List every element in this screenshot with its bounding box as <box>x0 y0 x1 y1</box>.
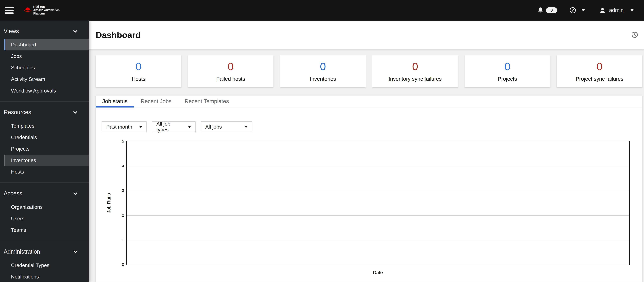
sidebar-nav: Views Dashboard Jobs Schedules Activity … <box>0 20 89 282</box>
sidebar-item-projects[interactable]: Projects <box>4 143 89 155</box>
app-root: Red Hat Ansible Automation Platform 0 ? <box>0 0 644 282</box>
sidebar-item-organizations[interactable]: Organizations <box>4 201 89 213</box>
tabs-bar: Job status Recent Jobs Recent Templates <box>96 96 642 107</box>
stat-card-label: Project sync failures <box>576 76 624 82</box>
help-circle-icon: ? <box>570 7 576 13</box>
sidebar-item-teams[interactable]: Teams <box>4 224 89 236</box>
nav-section-label: Views <box>4 28 19 35</box>
redhat-fedora-icon <box>24 6 32 12</box>
project-sync-failures-count-link[interactable]: 0 <box>596 61 602 72</box>
tab-recent-templates[interactable]: Recent Templates <box>178 96 236 107</box>
stat-card-failed-hosts: 0 Failed hosts <box>188 55 274 87</box>
stat-card-label: Inventory sync failures <box>388 76 442 82</box>
notifications-count-badge: 0 <box>546 7 557 13</box>
stat-card-label: Inventories <box>310 76 336 82</box>
stat-card-projects: 0 Projects <box>464 55 550 87</box>
sidebar-item-workflow-approvals[interactable]: Workflow Approvals <box>4 85 89 96</box>
sidebar-item-jobs[interactable]: Jobs <box>4 50 89 62</box>
nav-items-administration: Credential Types Notifications <box>4 260 89 282</box>
nav-group-access: Access Organizations Users Teams <box>0 183 89 241</box>
tab-job-status[interactable]: Job status <box>96 96 134 107</box>
stat-card-inventories: 0 Inventories <box>280 55 366 87</box>
brand-line2: Ansible Automation <box>33 8 60 12</box>
job-filter-select-value: All jobs <box>205 124 222 130</box>
sidebar-item-hosts[interactable]: Hosts <box>4 166 89 178</box>
sidebar-item-templates[interactable]: Templates <box>4 120 89 132</box>
job-filter-select[interactable]: All jobs <box>201 121 252 132</box>
nav-items-views: Dashboard Jobs Schedules Activity Stream… <box>4 39 89 96</box>
masthead-toolbar: 0 ? admin <box>537 7 644 13</box>
stat-card-label: Projects <box>498 76 517 82</box>
y-tick-label: 0 <box>115 262 124 267</box>
nav-section-label: Access <box>4 190 22 197</box>
stat-card-hosts: 0 Hosts <box>96 55 181 87</box>
caret-down-icon <box>139 126 142 128</box>
caret-down-icon <box>582 9 585 11</box>
inventories-count-link[interactable]: 0 <box>320 61 326 72</box>
chart-plot-area: Job Runs 5 4 3 2 1 0 <box>126 141 630 266</box>
stat-card-label: Hosts <box>132 76 145 82</box>
job-status-chart: Job Runs 5 4 3 2 1 0 Date <box>102 141 642 275</box>
stat-card-label: Failed hosts <box>216 76 245 82</box>
period-select[interactable]: Past month <box>102 121 146 132</box>
help-menu-button[interactable]: ? <box>570 7 585 13</box>
sidebar-item-credentials[interactable]: Credentials <box>4 132 89 143</box>
svg-text:?: ? <box>572 8 574 12</box>
chart-filters: Past month All job types All jobs <box>102 121 642 132</box>
y-tick-label: 3 <box>115 188 124 193</box>
job-type-select[interactable]: All job types <box>152 121 196 132</box>
sidebar-item-dashboard[interactable]: Dashboard <box>4 39 89 50</box>
nav-section-label: Administration <box>4 248 40 255</box>
history-icon <box>631 31 638 38</box>
chevron-down-icon <box>73 30 78 33</box>
user-icon <box>600 7 605 13</box>
username-label: admin <box>609 7 624 13</box>
dashboard-graph-panel: Job status Recent Jobs Recent Templates … <box>96 96 642 282</box>
caret-down-icon <box>244 126 248 128</box>
failed-hosts-count-link[interactable]: 0 <box>228 61 234 72</box>
nav-section-access[interactable]: Access <box>0 189 89 198</box>
gridline <box>126 191 629 191</box>
sidebar-item-credential-types[interactable]: Credential Types <box>4 260 89 271</box>
hosts-count-link[interactable]: 0 <box>136 61 142 72</box>
nav-section-label: Resources <box>4 109 31 116</box>
sidebar-item-notifications[interactable]: Notifications <box>4 271 89 282</box>
user-menu-button[interactable]: admin <box>600 7 634 13</box>
stat-card-project-sync-failures: 0 Project sync failures <box>557 55 642 87</box>
sidebar-item-inventories[interactable]: Inventories <box>4 155 89 166</box>
projects-count-link[interactable]: 0 <box>504 61 510 72</box>
gridline <box>126 240 629 240</box>
x-axis-title: Date <box>126 270 630 275</box>
stat-cards-row: 0 Hosts 0 Failed hosts 0 Inventories 0 I… <box>96 55 642 87</box>
notifications-button[interactable]: 0 <box>537 7 557 13</box>
nav-group-administration: Administration Credential Types Notifica… <box>0 241 89 282</box>
gridline <box>126 215 629 216</box>
sidebar-item-activity-stream[interactable]: Activity Stream <box>4 73 89 85</box>
sidebar-item-schedules[interactable]: Schedules <box>4 62 89 73</box>
hamburger-icon <box>5 7 14 14</box>
refresh-history-button[interactable] <box>631 31 638 38</box>
main-content: Dashboard 0 Hosts 0 Failed hosts 0 I <box>89 20 644 282</box>
nav-group-resources: Resources Templates Credentials Projects… <box>0 102 89 183</box>
chevron-down-icon <box>73 111 78 114</box>
stat-card-inventory-sync-failures: 0 Inventory sync failures <box>372 55 458 87</box>
nav-items-resources: Templates Credentials Projects Inventori… <box>4 120 89 178</box>
nav-section-views[interactable]: Views <box>0 26 89 36</box>
brand-line1: Red Hat <box>33 5 60 8</box>
gridline <box>126 166 629 167</box>
tab-recent-jobs[interactable]: Recent Jobs <box>134 96 178 107</box>
sidebar-item-users[interactable]: Users <box>4 213 89 224</box>
nav-section-resources[interactable]: Resources <box>0 107 89 117</box>
masthead: Red Hat Ansible Automation Platform 0 ? <box>0 0 644 20</box>
y-tick-label: 5 <box>115 139 124 144</box>
y-tick-label: 4 <box>115 164 124 168</box>
chevron-down-icon <box>73 192 78 195</box>
brand-line3: Platform <box>33 12 60 15</box>
page-header: Dashboard <box>89 20 644 49</box>
bell-icon <box>537 7 544 13</box>
nav-section-administration[interactable]: Administration <box>0 247 89 257</box>
inventory-sync-failures-count-link[interactable]: 0 <box>412 61 418 72</box>
nav-toggle-button[interactable] <box>1 1 18 19</box>
caret-down-icon <box>188 126 191 128</box>
job-type-select-value: All job types <box>156 121 184 133</box>
